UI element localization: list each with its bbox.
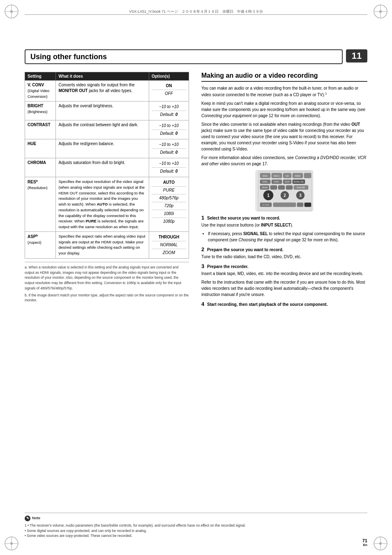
svg-text:CD: CD	[286, 175, 289, 177]
table-row: CONTRAST Adjusts the contrast between li…	[25, 120, 189, 139]
table-row: BRIGHT (Brightness) Adjusts the overall …	[25, 102, 189, 120]
step-3-header: 3 Prepare the recorder.	[201, 263, 367, 269]
col-header-setting: Setting	[25, 72, 56, 81]
setting-name: CHROMA	[28, 160, 46, 165]
setting-name: HUE	[28, 141, 36, 146]
file-info-header: VSX-LX51_IY.book 71 ページ ２００８年４月１６日 水曜日 午…	[25, 9, 367, 15]
setting-what-cell: Specifies the aspect ratio when analog v…	[56, 231, 149, 258]
svg-text:HDMI: HDMI	[295, 175, 300, 177]
setting-what-cell: Adjusts the overall brightness.	[56, 102, 149, 120]
svg-rect-38	[286, 185, 293, 190]
setting-options-cell: −10 to +10 Default: 0	[149, 139, 189, 158]
svg-text:DVD 2: DVD 2	[274, 175, 280, 177]
table-row: V. CONV (Digital Video Conversion) Conve…	[25, 81, 189, 102]
chapter-number: 11	[352, 51, 362, 61]
body-paragraph-3: Since the video converter is not availab…	[201, 121, 367, 152]
setting-options-cell: −10 to +10 Default: 0	[149, 158, 189, 177]
chapter-badge: 11	[346, 49, 367, 62]
setting-options-cell: ON OFF	[149, 81, 189, 102]
step-1-heading: Select the source you want to record.	[207, 216, 280, 220]
svg-rect-50	[297, 203, 303, 207]
step-2-heading: Prepare the source you want to record.	[207, 247, 284, 252]
svg-rect-49	[273, 203, 296, 207]
svg-text:CD-R: CD-R	[285, 181, 290, 183]
svg-rect-37	[278, 185, 285, 190]
svg-text:DVR1: DVR1	[263, 181, 268, 183]
corner-decoration-bl	[3, 535, 20, 552]
note-footnote-2: • Some digital sources are copy-protecte…	[25, 528, 367, 534]
svg-text:1: 1	[267, 193, 270, 198]
setting-what-cell: Adjusts saturation from dull to bright.	[56, 158, 149, 177]
svg-text:2: 2	[284, 193, 286, 198]
svg-rect-36	[270, 185, 277, 190]
note-footnote-1: 1 • The receiver's volume, Audio paramet…	[25, 523, 367, 528]
svg-rect-25	[304, 173, 311, 178]
table-row: RESa (Resolution) Specifies the output r…	[25, 177, 189, 232]
step-1-number: 1	[201, 215, 204, 221]
table-row: HUE Adjusts the red/green balance. −10 t…	[25, 139, 189, 158]
remote-control-image: DVD DVD 2 CD HDMI DVR1 DVR2 CD-R SIGNAL …	[256, 170, 313, 211]
right-column: Making an audio or a video recording You…	[201, 72, 367, 308]
setting-name: BRIGHT	[28, 104, 43, 108]
step-1-header: 1 Select the source you want to record.	[201, 215, 367, 221]
note-footnote-3: • Some video sources are copy-protected.…	[25, 533, 367, 539]
right-section-heading: Making an audio or a video recording	[201, 72, 367, 82]
left-column: Setting What it does Option(s) V. CONV (…	[25, 72, 189, 303]
body-paragraph-4: For more information about video connect…	[201, 155, 367, 167]
svg-text:DVR2: DVR2	[274, 181, 279, 183]
step-1-bullets: If necessary, press SIGNAL SEL to select…	[208, 231, 367, 243]
setting-options-cell: THROUGH NORMAL ZOOM	[149, 231, 189, 258]
setting-name: V. CONV	[28, 83, 44, 87]
body-paragraph-1: You can make an audio or a video recordi…	[201, 85, 367, 98]
step-3-heading: Prepare the recorder.	[207, 264, 249, 269]
col-header-options: Option(s)	[149, 72, 189, 81]
table-footnotes: a. When a resolution value is selected i…	[25, 262, 189, 303]
note-label: ✎ Note	[25, 516, 367, 521]
file-info-text: VSX-LX51_IY.book 71 ページ ２００８年４月１６日 水曜日 午…	[129, 9, 263, 14]
svg-text:TV CTRL: TV CTRL	[263, 204, 270, 206]
step-1-body: Use the input source buttons (or INPUT S…	[201, 222, 367, 228]
setting-sub: (Aspect)	[28, 240, 42, 245]
page-number: 71 En	[362, 538, 367, 547]
corner-decoration-tl	[3, 3, 20, 20]
corner-decoration-br	[372, 535, 389, 552]
footnote-b: b. If the image doesn't match your monit…	[25, 293, 189, 303]
setting-name-cell: V. CONV (Digital Video Conversion)	[25, 81, 56, 102]
col-header-what: What it does	[56, 72, 149, 81]
setting-options-cell: −10 to +10 Default: 0	[149, 120, 189, 139]
section-title: Using other functions	[25, 49, 343, 64]
step-3-number: 3	[201, 263, 204, 269]
settings-table: Setting What it does Option(s) V. CONV (…	[25, 72, 189, 259]
setting-name-cell: BRIGHT (Brightness)	[25, 102, 56, 120]
setting-name: ASPb	[28, 234, 38, 239]
setting-name-cell: ASPb (Aspect)	[25, 231, 56, 258]
step-3-body-2: Refer to the instructions that came with…	[201, 279, 367, 298]
setting-name-cell: RESa (Resolution)	[25, 177, 56, 232]
setting-what-cell: Adjusts the red/green balance.	[56, 139, 149, 158]
page-num-text: 71	[362, 538, 367, 543]
note-icon: ✎	[25, 516, 30, 521]
setting-what-cell: Converts video signals for output from t…	[56, 81, 149, 102]
setting-name-cell: CONTRAST	[25, 120, 56, 139]
svg-text:DVD: DVD	[263, 175, 267, 177]
table-row: CHROMA Adjusts saturation from dull to b…	[25, 158, 189, 177]
svg-text:SIGNAL SEL: SIGNAL SEL	[293, 181, 304, 183]
page-sub-text: En	[362, 543, 367, 547]
step-2-number: 2	[201, 246, 204, 252]
note-label-text: Note	[32, 516, 40, 521]
step-4-number: 4	[201, 301, 204, 307]
setting-options-cell: AUTO PURE 480p/576p 720p 1080i 1080p	[149, 177, 189, 232]
setting-options-cell: −10 to +10 Default: 0	[149, 102, 189, 120]
section-title-text: Using other functions	[30, 53, 107, 61]
bullet-item: If necessary, press SIGNAL SEL to select…	[208, 231, 367, 243]
setting-what-cell: Adjusts the contrast between light and d…	[56, 120, 149, 139]
corner-decoration-tr	[372, 3, 389, 20]
setting-name: RESa	[28, 180, 38, 184]
svg-text:3: 3	[299, 193, 302, 198]
step-2-header: 2 Prepare the source you want to record.	[201, 246, 367, 252]
svg-rect-51	[304, 203, 311, 207]
footnote-a: a. When a resolution value is selected i…	[25, 265, 189, 291]
svg-text:FM/AM: FM/AM	[262, 187, 268, 189]
setting-name-cell: CHROMA	[25, 158, 56, 177]
step-4-header: 4 Start recording, then start playback o…	[201, 301, 367, 307]
